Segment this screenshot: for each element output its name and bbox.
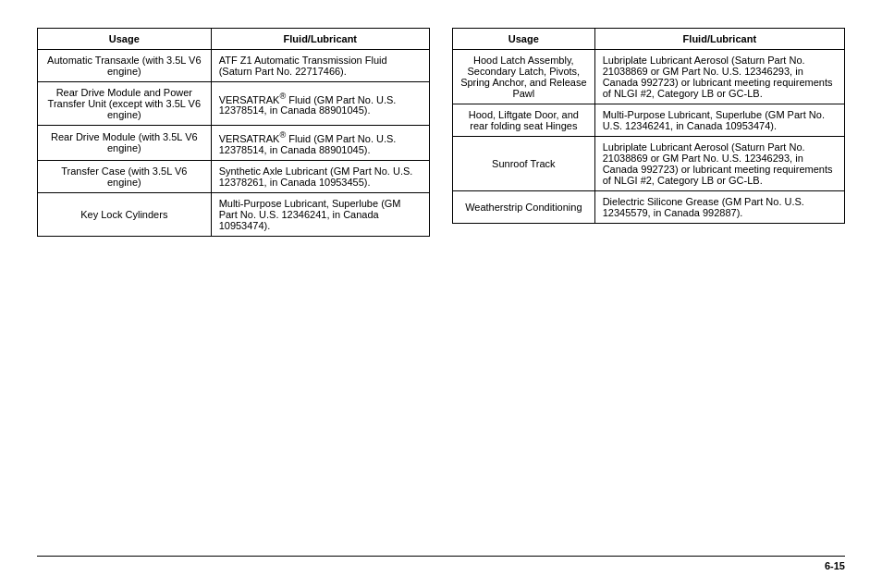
right-fluid-cell: Multi-Purpose Lubricant, Superlube (GM P… [594,104,844,137]
page-content: Usage Fluid/Lubricant Automatic Transaxl… [0,0,882,264]
left-table-row: Rear Drive Module and Power Transfer Uni… [38,82,430,126]
left-usage-cell: Rear Drive Module and Power Transfer Uni… [38,82,212,126]
right-table-row: Hood Latch Assembly, Secondary Latch, Pi… [453,50,845,104]
right-usage-cell: Hood Latch Assembly, Secondary Latch, Pi… [453,50,595,104]
page-number: 6-15 [37,560,845,571]
right-table-row: Sunroof TrackLubriplate Lubricant Aeroso… [453,137,845,191]
left-table-row: Transfer Case (with 3.5L V6 engine)Synth… [38,160,430,192]
left-usage-cell: Key Lock Cylinders [38,192,212,236]
right-usage-cell: Weatherstrip Conditioning [453,191,595,224]
left-table-container: Usage Fluid/Lubricant Automatic Transaxl… [37,28,430,237]
right-fluid-cell: Lubriplate Lubricant Aerosol (Saturn Par… [594,137,844,191]
left-table-row: Key Lock CylindersMulti-Purpose Lubrican… [38,192,430,236]
right-table-row: Weatherstrip ConditioningDielectric Sili… [453,191,845,224]
footer-divider [37,556,845,557]
right-header-usage: Usage [453,29,595,50]
left-table: Usage Fluid/Lubricant Automatic Transaxl… [37,28,430,237]
left-usage-cell: Rear Drive Module (with 3.5L V6 engine) [38,126,212,161]
left-table-row: Automatic Transaxle (with 3.5L V6 engine… [38,50,430,82]
left-table-row: Rear Drive Module (with 3.5L V6 engine)V… [38,126,430,161]
left-fluid-cell: Synthetic Axle Lubricant (GM Part No. U.… [211,160,429,192]
right-fluid-cell: Lubriplate Lubricant Aerosol (Saturn Par… [594,50,844,104]
left-fluid-cell: VERSATRAK® Fluid (GM Part No. U.S. 12378… [211,82,429,126]
right-fluid-cell: Dielectric Silicone Grease (GM Part No. … [594,191,844,224]
right-usage-cell: Sunroof Track [453,137,595,191]
right-table-row: Hood, Liftgate Door, and rear folding se… [453,104,845,137]
left-usage-cell: Transfer Case (with 3.5L V6 engine) [38,160,212,192]
right-table-container: Usage Fluid/Lubricant Hood Latch Assembl… [452,28,845,224]
right-table: Usage Fluid/Lubricant Hood Latch Assembl… [452,28,845,224]
page-footer: 6-15 [0,556,882,571]
left-fluid-cell: Multi-Purpose Lubricant, Superlube (GM P… [211,192,429,236]
left-usage-cell: Automatic Transaxle (with 3.5L V6 engine… [38,50,212,82]
left-header-usage: Usage [38,29,212,50]
tables-row: Usage Fluid/Lubricant Automatic Transaxl… [37,28,845,237]
right-header-fluid: Fluid/Lubricant [594,29,844,50]
left-header-fluid: Fluid/Lubricant [211,29,429,50]
left-fluid-cell: ATF Z1 Automatic Transmission Fluid (Sat… [211,50,429,82]
right-usage-cell: Hood, Liftgate Door, and rear folding se… [453,104,595,137]
left-fluid-cell: VERSATRAK® Fluid (GM Part No. U.S. 12378… [211,126,429,161]
